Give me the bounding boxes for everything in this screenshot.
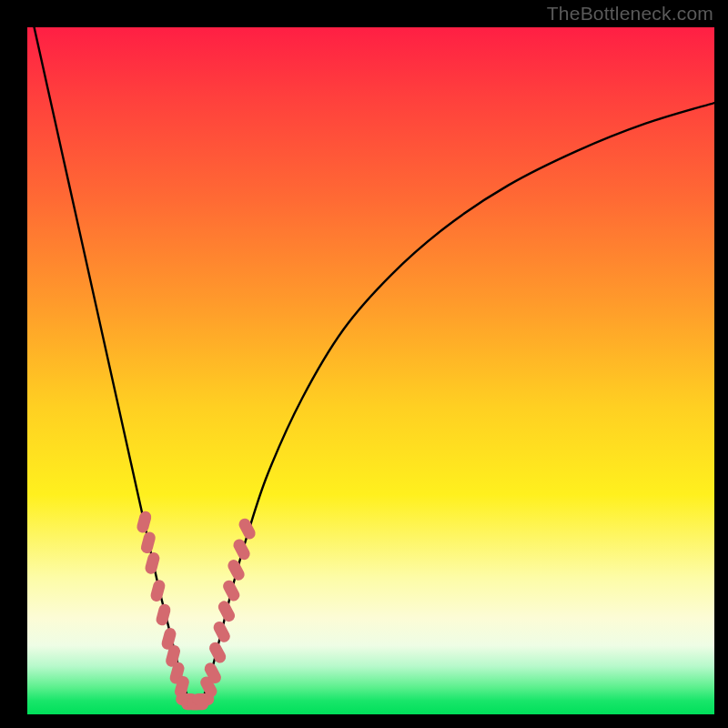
data-marker <box>210 669 215 678</box>
data-marker <box>176 668 178 678</box>
data-marker <box>224 607 228 616</box>
data-marker <box>162 610 165 620</box>
plot-area <box>27 27 714 714</box>
watermark-label: TheBottleneck.com <box>547 3 713 25</box>
data-marker <box>157 586 159 596</box>
data-marker <box>151 559 154 569</box>
data-marker <box>207 682 211 692</box>
data-marker <box>234 566 238 575</box>
bottleneck-curve <box>35 27 714 706</box>
data-marker <box>147 538 149 548</box>
data-marker <box>219 628 224 637</box>
data-marker <box>239 545 244 554</box>
data-marker <box>229 586 234 595</box>
data-marker <box>245 524 249 533</box>
data-marker <box>167 634 170 644</box>
data-marker <box>180 682 183 692</box>
chart-frame: TheBottleneck.com <box>0 0 728 728</box>
marker-group <box>143 517 249 703</box>
curve-layer <box>27 27 714 714</box>
data-marker <box>172 652 175 662</box>
data-marker <box>143 517 146 527</box>
data-marker <box>216 648 220 657</box>
